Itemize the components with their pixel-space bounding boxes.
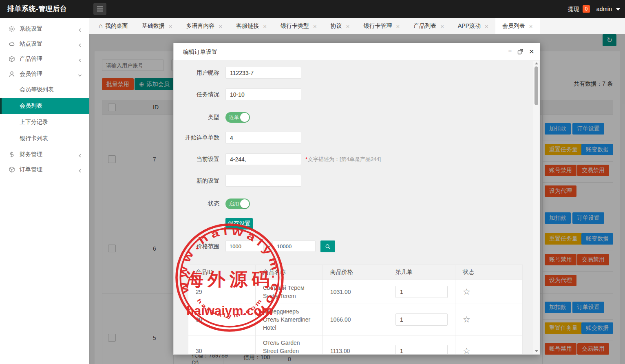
price-range-label: 价格范围 <box>174 240 219 252</box>
close-tab-icon[interactable]: × <box>529 23 533 30</box>
tab-agreement[interactable]: 协议× <box>324 18 357 34</box>
hamburger-icon <box>97 7 103 7</box>
status-toggle[interactable]: 启用 <box>225 199 250 209</box>
price-max-input[interactable] <box>273 240 316 252</box>
scrollbar-thumb[interactable] <box>534 66 538 105</box>
tab-cs-link[interactable]: 客服链接× <box>229 18 274 34</box>
col-order-number: 第几单 <box>388 265 455 280</box>
order-number-input[interactable] <box>395 286 448 298</box>
sidebar-item-order-mgmt[interactable]: 订单管理 <box>0 162 89 177</box>
tab-card-type[interactable]: 银行卡类型× <box>274 18 324 34</box>
table-row: 29 Светлый Терем Svetly Terem 1031.00 ☆ <box>188 280 523 304</box>
tab-multilang[interactable]: 多语言内容× <box>179 18 229 34</box>
chevron-left-icon <box>78 57 82 61</box>
price-search-button[interactable] <box>320 240 335 252</box>
modal-scrollbar[interactable] <box>533 61 539 354</box>
withdraw-count-badge: 0 <box>583 5 590 13</box>
product-name-cell: Камердинеръ Отель Kamerdiner Hotel <box>256 304 323 335</box>
tab-product-list[interactable]: 产品列表× <box>406 18 451 34</box>
start-count-input[interactable] <box>225 132 301 143</box>
close-tab-icon[interactable]: × <box>263 23 267 30</box>
current-setting-label: 当前设置 <box>174 153 219 165</box>
cube-icon <box>9 56 15 62</box>
caret-down-icon <box>616 8 620 11</box>
sidebar-item-bankcard-list[interactable]: 银行卡列表 <box>0 130 89 147</box>
product-id-cell: 36 <box>188 304 256 335</box>
price-min-input[interactable] <box>225 240 264 252</box>
current-setting-input[interactable] <box>225 153 301 165</box>
close-icon[interactable]: × <box>528 43 536 60</box>
tab-desktop[interactable]: ⌂ 我的桌面 <box>92 18 135 34</box>
nickname-label: 用户昵称 <box>174 67 219 79</box>
maximize-icon[interactable] <box>517 49 523 55</box>
col-product-id: 产品ID <box>188 265 256 280</box>
product-price-cell: 1066.00 <box>323 304 388 335</box>
user-menu[interactable]: admin <box>596 0 612 18</box>
product-id-cell: 29 <box>188 280 256 304</box>
price-range-dash: - <box>267 240 272 252</box>
close-tab-icon[interactable]: × <box>219 23 222 30</box>
chevron-left-icon <box>78 152 82 157</box>
sidebar-item-updown-records[interactable]: 上下分记录 <box>0 114 89 130</box>
product-price-cell: 1031.00 <box>323 280 388 304</box>
col-status: 状态 <box>455 265 523 280</box>
withdraw-menu[interactable]: 提现 <box>568 0 579 18</box>
current-setting-hint: *文字描述为：[第4单是产品244] <box>305 153 381 165</box>
sidebar-item-finance-mgmt[interactable]: 财务管理 <box>0 147 89 162</box>
save-settings-button[interactable]: 保存设置 <box>225 218 253 229</box>
sidebar-item-member-mgmt[interactable]: 会员管理 <box>0 66 89 82</box>
chevron-left-icon <box>78 42 82 46</box>
modal-body: 用户昵称 任务情况 类型 连单 开始连单单数 当前设置 *文字描述为：[第4单是… <box>174 60 540 354</box>
chevron-left-icon <box>78 27 82 31</box>
star-icon[interactable]: ☆ <box>463 346 470 354</box>
table-row: 36 Камердинеръ Отель Kamerdiner Hotel 10… <box>188 304 523 335</box>
star-icon[interactable]: ☆ <box>463 287 470 296</box>
toggle-knob <box>240 113 249 122</box>
tab-bar: ⌂ 我的桌面 基础数据× 多语言内容× 客服链接× 银行卡类型× 协议× 银行卡… <box>89 18 625 34</box>
app-title: 排单系统-管理后台 <box>7 0 67 18</box>
col-product-price: 商品价格 <box>323 265 388 280</box>
task-status-input[interactable] <box>225 88 301 100</box>
sidebar-item-product-mgmt[interactable]: 产品管理 <box>0 51 89 66</box>
scroll-down-icon[interactable] <box>535 350 538 352</box>
order-number-input[interactable] <box>395 345 448 354</box>
user-icon <box>9 71 15 77</box>
modal-title: 编辑订单设置 <box>183 43 217 60</box>
cloud-icon <box>9 41 15 47</box>
close-tab-icon[interactable]: × <box>440 23 444 30</box>
sidebar-item-member-level-list[interactable]: 会员等级列表 <box>0 82 89 98</box>
product-table: 产品ID 商品名称 商品价格 第几单 状态 29 Светлый Терем S… <box>188 265 523 354</box>
new-setting-input[interactable] <box>225 175 301 187</box>
sidebar-toggle-button[interactable] <box>93 3 106 15</box>
close-tab-icon[interactable]: × <box>485 23 488 30</box>
nickname-input[interactable] <box>225 67 301 79</box>
tab-basic-data[interactable]: 基础数据× <box>135 18 179 34</box>
chevron-left-icon <box>78 168 82 172</box>
tab-card-mgmt[interactable]: 银行卡管理× <box>357 18 407 34</box>
chevron-down-icon <box>78 72 82 76</box>
type-label: 类型 <box>174 112 219 123</box>
task-status-label: 任务情况 <box>174 88 219 100</box>
sidebar-item-site-settings[interactable]: 站点设置 <box>0 36 89 51</box>
modal-titlebar: 编辑订单设置 − × <box>174 43 540 60</box>
start-count-label: 开始连单单数 <box>174 132 219 143</box>
minimize-icon[interactable]: − <box>506 43 514 60</box>
toggle-knob <box>240 199 249 208</box>
order-number-input[interactable] <box>395 313 448 326</box>
close-tab-icon[interactable]: × <box>346 23 350 30</box>
sidebar-item-system-settings[interactable]: 系统设置 <box>0 21 89 36</box>
table-row: 30 Отель Garden Street Garden Street Hot… <box>188 335 523 355</box>
type-toggle[interactable]: 连单 <box>225 112 250 123</box>
scroll-up-icon[interactable] <box>535 62 538 64</box>
top-header: 排单系统-管理后台 提现 0 admin <box>0 0 625 18</box>
close-tab-icon[interactable]: × <box>396 23 400 30</box>
edit-order-settings-modal: 编辑订单设置 − × 用户昵称 任务情况 类型 连单 开始连单单数 当前设置 *… <box>173 43 540 355</box>
tab-app-scroll[interactable]: APP滚动× <box>451 18 495 34</box>
product-id-cell: 30 <box>188 335 256 355</box>
home-icon: ⌂ <box>99 22 103 30</box>
sidebar-item-member-list[interactable]: 会员列表 <box>0 98 89 114</box>
star-icon[interactable]: ☆ <box>463 315 470 324</box>
close-tab-icon[interactable]: × <box>313 23 317 30</box>
tab-member-list[interactable]: 会员列表× <box>495 18 540 34</box>
close-tab-icon[interactable]: × <box>169 23 172 30</box>
